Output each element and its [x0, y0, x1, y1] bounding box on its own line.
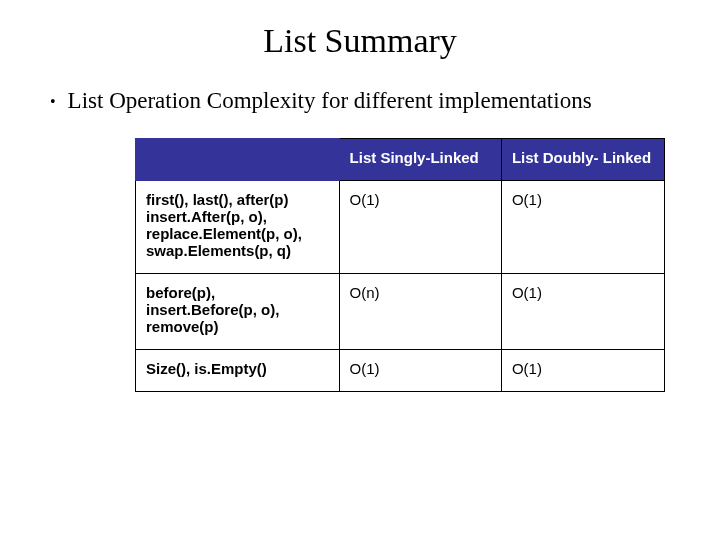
singly-cell: O(n) — [339, 274, 501, 350]
doubly-cell: O(1) — [501, 274, 664, 350]
singly-cell: O(1) — [339, 350, 501, 392]
singly-cell: O(1) — [339, 181, 501, 274]
bullet-item: • List Operation Complexity for differen… — [50, 88, 680, 116]
header-empty — [136, 139, 340, 181]
table-body: first(), last(), after(p) insert.After(p… — [136, 181, 665, 392]
ops-line: Size(), is.Empty() — [146, 360, 329, 377]
ops-cell: first(), last(), after(p) insert.After(p… — [136, 181, 340, 274]
doubly-cell: O(1) — [501, 181, 664, 274]
table-header-row: List Singly-Linked List Doubly- Linked — [136, 139, 665, 181]
slide: List Summary • List Operation Complexity… — [0, 0, 720, 540]
bullet-text: List Operation Complexity for different … — [68, 88, 592, 114]
ops-line: remove(p) — [146, 318, 329, 335]
header-singly: List Singly-Linked — [339, 139, 501, 181]
table-row: Size(), is.Empty() O(1) O(1) — [136, 350, 665, 392]
ops-line: first(), last(), after(p) — [146, 191, 329, 208]
ops-line: swap.Elements(p, q) — [146, 242, 329, 259]
doubly-cell: O(1) — [501, 350, 664, 392]
ops-cell: Size(), is.Empty() — [136, 350, 340, 392]
table-row: before(p), insert.Before(p, o), remove(p… — [136, 274, 665, 350]
ops-line: replace.Element(p, o), — [146, 225, 329, 242]
ops-line: insert.After(p, o), — [146, 208, 329, 225]
ops-line: insert.Before(p, o), — [146, 301, 329, 318]
header-doubly: List Doubly- Linked — [501, 139, 664, 181]
ops-line: before(p), — [146, 284, 329, 301]
table-row: first(), last(), after(p) insert.After(p… — [136, 181, 665, 274]
complexity-table: List Singly-Linked List Doubly- Linked f… — [135, 138, 665, 392]
page-title: List Summary — [40, 22, 680, 60]
bullet-dot-icon: • — [50, 88, 56, 116]
ops-cell: before(p), insert.Before(p, o), remove(p… — [136, 274, 340, 350]
